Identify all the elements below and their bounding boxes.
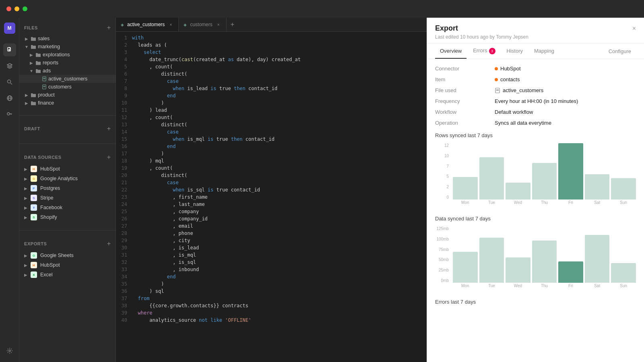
sheets-logo: G (31, 252, 37, 259)
x-label-fri: Fri (558, 284, 583, 291)
code-line: 24 , last_name (116, 202, 427, 209)
folder-icon (31, 92, 36, 98)
x-label-tue: Tue (479, 284, 504, 291)
tab-history[interactable]: History (502, 44, 528, 59)
x-label-fri: Fri (558, 200, 583, 208)
y-label: 50mb (435, 257, 451, 262)
code-editor[interactable]: 1with 2 leads as ( 3 select 4 date_trunc… (116, 32, 427, 362)
rows-y-axis: 12 10 7 5 2 0 (435, 143, 451, 200)
draft-header: DRAFT + (19, 123, 116, 134)
nav-icon-key[interactable] (3, 108, 16, 121)
y-label: 0 (435, 195, 451, 200)
y-label: 75mb (435, 247, 451, 252)
tab-errors[interactable]: Errors3 (468, 43, 500, 59)
code-line: 40 analytics_source not like 'OFFLINE' (116, 317, 427, 325)
tree-label: reports (43, 60, 58, 66)
code-line: 37 from (116, 296, 427, 303)
tree-item-finance[interactable]: ▶ finance (19, 99, 116, 107)
tree-item-active-customers[interactable]: ▶ active_customers (19, 75, 116, 83)
tree-item-sales[interactable]: ▶ sales (19, 35, 116, 43)
files-add-button[interactable]: + (107, 24, 111, 31)
bar-mon (453, 252, 478, 283)
tree-item-product[interactable]: ▶ product (19, 91, 116, 99)
code-line: 17 ) (116, 151, 427, 158)
stripe-logo: S (31, 195, 37, 201)
chevron-icon: ▶ (24, 177, 27, 181)
panel-close-button[interactable]: × (632, 25, 636, 32)
code-line: 4 date_trunc(cast(created_at as date), d… (116, 57, 427, 64)
tab-close-button[interactable]: × (216, 22, 221, 27)
code-line: 3 select (116, 49, 427, 57)
tree-label: sales (38, 36, 50, 41)
code-line: 28 , phone (116, 230, 427, 238)
tree-item-ads[interactable]: ▼ ads (19, 67, 116, 75)
close-button[interactable] (6, 6, 11, 11)
export-google-sheets[interactable]: ▶ G Google Sheets (19, 251, 116, 260)
tab-customers[interactable]: ◈ customers × (179, 18, 226, 31)
tree-item-customers[interactable]: ▶ customers (19, 83, 116, 91)
info-grid: Connector HubSpot Item contacts File use… (435, 66, 636, 126)
icon-nav: M (0, 18, 19, 362)
panel-header: Export × Last edited 10 hours ago by Tom… (427, 18, 644, 43)
datasources-header: DATA SOURCES + (19, 152, 116, 162)
item-value: contacts (495, 76, 636, 82)
nav-icon-settings[interactable] (3, 344, 16, 357)
rows-chart-section: Rows synced last 7 days 12 10 7 5 2 0 (435, 132, 636, 208)
exports-add-button[interactable]: + (107, 240, 111, 247)
source-google-analytics[interactable]: ▶ G Google Analytics (19, 174, 116, 183)
minimize-button[interactable] (14, 6, 19, 11)
chevron-icon: ▶ (24, 253, 27, 258)
source-stripe[interactable]: ▶ S Stripe (19, 193, 116, 203)
tree-label: explorations (43, 52, 70, 58)
export-label: Excel (40, 272, 53, 278)
hubspot-logo: H (31, 262, 37, 268)
source-facebook[interactable]: ▶ f Facebook (19, 203, 116, 212)
nav-icon-search[interactable] (3, 76, 16, 88)
source-shopify[interactable]: ▶ S Shopify (19, 212, 116, 222)
code-line: 30 , is_lead (116, 245, 427, 252)
source-postgres[interactable]: ▶ P Postgres (19, 183, 116, 193)
bar-fri (558, 261, 583, 283)
tree-item-explorations[interactable]: ▶ explorations (19, 51, 116, 59)
source-hubspot[interactable]: ▶ H HubSpot (19, 164, 116, 174)
bar-sun (611, 178, 636, 200)
tab-close-button[interactable]: × (168, 22, 173, 27)
tree-item-marketing[interactable]: ▼ marketing (19, 43, 116, 51)
nav-avatar[interactable]: M (4, 23, 15, 34)
code-line: 33 , inbound (116, 267, 427, 274)
add-tab-button[interactable]: + (227, 21, 238, 28)
data-chart: 125mb 100mb 75mb 50mb 25mb 0mb (435, 226, 636, 291)
bar-sat (585, 235, 610, 283)
code-line: 25 , company (116, 209, 427, 216)
nav-icon-layers[interactable] (3, 60, 16, 72)
divider (19, 115, 116, 115)
tree-item-reports[interactable]: ▶ reports (19, 59, 116, 67)
maximize-button[interactable] (23, 6, 27, 11)
draft-label: DRAFT (24, 126, 40, 131)
panel-title: Export (435, 24, 458, 33)
export-hubspot[interactable]: ▶ H HubSpot (19, 260, 116, 270)
datasources-label: DATA SOURCES (24, 155, 62, 160)
datasources-add-button[interactable]: + (107, 154, 111, 161)
draft-add-button[interactable]: + (107, 125, 111, 132)
nav-icon-globe[interactable] (3, 92, 16, 105)
bar-tue (479, 157, 504, 200)
bar-thu (532, 163, 557, 200)
tab-active-customers[interactable]: ◈ active_customers × (116, 18, 179, 31)
export-excel[interactable]: ▶ X Excel (19, 270, 116, 280)
bar-thu (532, 241, 557, 283)
tab-mapping[interactable]: Mapping (529, 44, 559, 59)
data-x-labels: Mon Tue Wed Thu Fri Sat Sun (453, 284, 636, 291)
configure-button[interactable]: Configure (604, 44, 636, 58)
bar-fri (558, 143, 583, 200)
code-line: 16 end (116, 144, 427, 151)
data-bars (453, 226, 636, 283)
tab-overview[interactable]: Overview (435, 44, 466, 59)
code-line: 21 case (116, 180, 427, 187)
rows-chart: 12 10 7 5 2 0 (435, 143, 636, 208)
code-line: 18 ) mql (116, 158, 427, 165)
nav-icon-files[interactable] (3, 43, 16, 56)
panel-subtitle: Last edited 10 hours ago by Tommy Jepsen (435, 34, 636, 40)
chevron-icon: ▶ (24, 206, 27, 210)
x-label-sat: Sat (585, 284, 610, 291)
